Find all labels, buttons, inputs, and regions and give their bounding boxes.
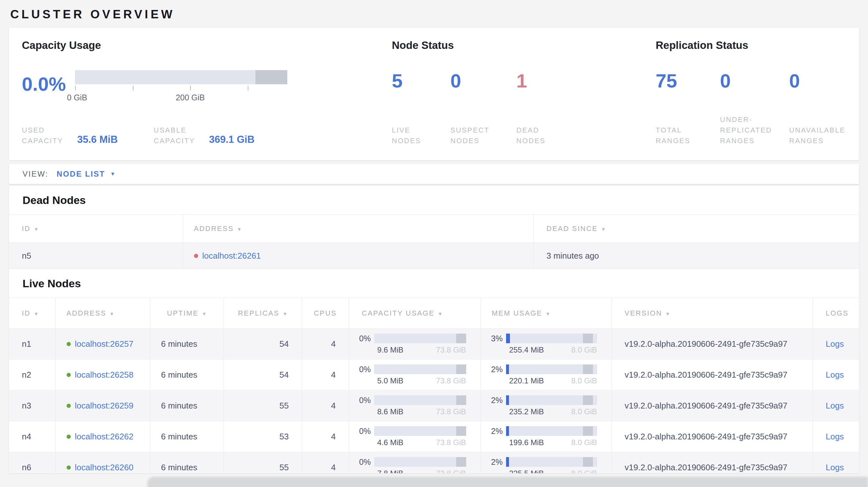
live-col-version-header[interactable]: VERSION▼ [612, 298, 813, 329]
total-ranges-label: TOTAL RANGES [656, 125, 694, 146]
dead-node-address-link[interactable]: localhost:26261 [203, 251, 261, 261]
capacity-usage-section: Capacity Usage 0.0% 0 GiB [22, 39, 392, 146]
live-node-address-link[interactable]: localhost:26262 [75, 432, 133, 442]
dead-nodes-count: 1 [516, 67, 555, 91]
under-replicated-label: UNDER-REPLICATED RANGES [720, 114, 772, 146]
axis-tick [248, 86, 248, 90]
mem-used-value: 235.2 MiB [509, 407, 544, 416]
capacity-used-value: 4.6 MiB [377, 438, 403, 447]
live-col-uptime-header[interactable]: UPTIME▼ [150, 298, 224, 329]
capacity-bar-reserved-segment [456, 333, 466, 343]
live-node-logs-link[interactable]: Logs [826, 432, 844, 441]
capacity-bar-track [75, 70, 287, 84]
mem-usage-cell: 2% 220.1 MiB 8.0 GiB [481, 364, 612, 385]
mem-used-value: 255.4 MiB [509, 346, 544, 355]
sort-desc-icon: ▼ [237, 226, 242, 232]
mem-percent-label: 2% [483, 426, 506, 436]
under-replicated-stat: 0 UNDER-REPLICATED RANGES [720, 67, 789, 146]
live-node-uptime: 6 minutes [150, 360, 224, 390]
capacity-bar [374, 426, 466, 436]
live-node-cpus: 4 [302, 421, 349, 452]
capacity-usage-cell: 0% 7.8 MiB 73.8 GiB [349, 457, 480, 473]
capacity-total-value: 73.8 GiB [436, 469, 466, 473]
usable-capacity-value: 369.1 GiB [209, 134, 254, 146]
live-node-logs-link[interactable]: Logs [826, 462, 844, 472]
view-dropdown-selected[interactable]: NODE LIST [57, 169, 105, 178]
dead-col-dead-since-header[interactable]: DEAD SINCE▼ [533, 215, 859, 243]
mem-total-value: 8.0 GiB [571, 376, 597, 385]
dropdown-caret-icon: ▼ [110, 171, 116, 177]
live-node-id: n2 [9, 360, 55, 390]
mem-percent-label: 2% [483, 457, 506, 467]
live-node-uptime: 6 minutes [150, 421, 224, 452]
live-nodes-label: LIVE NODES [392, 125, 430, 146]
mem-percent-label: 2% [483, 396, 506, 405]
capacity-usage-title: Capacity Usage [22, 39, 392, 52]
capacity-axis-ticks [75, 86, 287, 91]
capacity-bar-chart: 0 GiB 200 GiB [75, 70, 287, 103]
mem-bar-reserved-segment [583, 457, 593, 467]
capacity-used-value: 5.0 MiB [377, 376, 403, 385]
live-col-capacity-header[interactable]: CAPACITY USAGE▼ [349, 298, 480, 329]
live-node-address-link[interactable]: localhost:26257 [75, 339, 133, 349]
sort-desc-icon: ▼ [34, 311, 39, 317]
capacity-bar-other-segment [255, 70, 287, 84]
live-node-logs-link[interactable]: Logs [826, 339, 844, 349]
dead-col-id-header[interactable]: ID▼ [9, 215, 183, 243]
live-status-dot-icon [67, 404, 71, 408]
live-col-address-header[interactable]: ADDRESS▼ [55, 298, 150, 329]
mem-bar-fill [506, 333, 510, 343]
dead-col-address-header[interactable]: ADDRESS▼ [183, 215, 533, 243]
live-node-replicas: 54 [224, 360, 302, 390]
live-col-mem-header[interactable]: MEM USAGE▼ [480, 298, 612, 329]
live-node-address-link[interactable]: localhost:26260 [75, 462, 133, 473]
mem-percent-label: 2% [483, 365, 506, 374]
live-col-replicas-header[interactable]: REPLICAS▼ [224, 298, 302, 329]
total-ranges-stat: 75 TOTAL RANGES [656, 67, 720, 146]
mem-usage-cell: 2% 225.5 MiB 8.0 GiB [481, 457, 612, 473]
live-node-cpus: 4 [302, 390, 349, 421]
mem-used-value: 199.6 MiB [509, 438, 544, 447]
sort-desc-icon: ▼ [665, 311, 670, 317]
capacity-usage-cell: 0% 4.6 MiB 73.8 GiB [349, 426, 480, 447]
live-node-replicas: 53 [224, 421, 302, 452]
under-replicated-count: 0 [720, 67, 789, 91]
live-node-logs-link[interactable]: Logs [826, 370, 844, 380]
dead-node-dead-since: 3 minutes ago [533, 243, 859, 269]
mem-bar [506, 457, 597, 467]
view-dropdown[interactable]: NODE LIST ▼ [57, 169, 115, 178]
dead-node-id: n5 [9, 243, 183, 269]
mem-bar-reserved-segment [583, 426, 593, 436]
axis-label-200: 200 GiB [176, 93, 205, 102]
mem-usage-cell: 3% 255.4 MiB 8.0 GiB [481, 333, 612, 355]
mem-bar-fill [506, 426, 509, 436]
capacity-bar-reserved-segment [456, 364, 466, 374]
live-status-dot-icon [67, 465, 71, 469]
live-node-row: n6 localhost:26260 6 minutes 55 4 0% 7.8 [9, 452, 859, 474]
live-nodes-table: ID▼ ADDRESS▼ UPTIME▼ REPLICAS▼ CPUS CAPA… [9, 297, 859, 473]
live-col-id-header[interactable]: ID▼ [9, 298, 55, 329]
live-node-logs-link[interactable]: Logs [826, 401, 844, 411]
mem-used-value: 220.1 MiB [509, 376, 544, 385]
live-node-replicas: 55 [224, 452, 302, 474]
mem-percent-label: 3% [483, 334, 506, 343]
live-node-address-link[interactable]: localhost:26258 [75, 370, 133, 380]
capacity-total-value: 73.8 GiB [436, 438, 466, 447]
used-capacity-label: USED CAPACITY [22, 125, 77, 146]
replication-status-title: Replication Status [656, 39, 859, 52]
dead-nodes-stat: 1 DEAD NODES [516, 67, 555, 146]
live-nodes-body: n1 localhost:26257 6 minutes 54 4 0% 9.6 [9, 329, 859, 474]
sort-desc-icon: ▼ [34, 226, 39, 232]
node-status-title: Node Status [392, 39, 656, 52]
live-node-version: v19.2.0-alpha.20190606-2491-gfe735c9a97 [612, 360, 813, 390]
live-node-address-link[interactable]: localhost:26259 [75, 401, 133, 411]
capacity-total-value: 73.8 GiB [436, 407, 466, 416]
sort-desc-icon: ▼ [202, 311, 207, 317]
usable-capacity-label: USABLE CAPACITY [154, 125, 209, 146]
axis-label-0: 0 GiB [67, 93, 87, 102]
live-node-version: v19.2.0-alpha.20190606-2491-gfe735c9a97 [612, 452, 813, 474]
mem-total-value: 8.0 GiB [571, 346, 597, 355]
node-list-panel: Dead Nodes ID▼ ADDRESS▼ DEAD SINCE▼ [9, 186, 859, 473]
live-node-replicas: 55 [224, 390, 302, 421]
capacity-bar [374, 364, 466, 374]
